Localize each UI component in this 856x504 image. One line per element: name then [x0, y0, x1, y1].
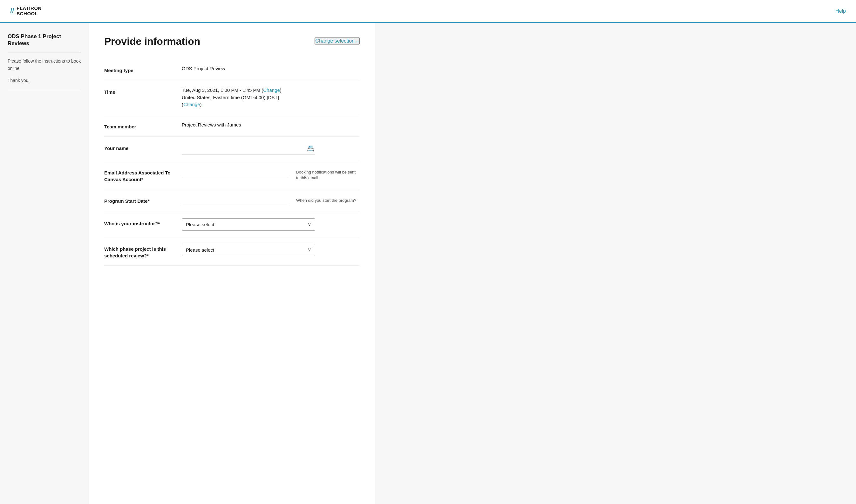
sidebar: ODS Phase 1 Project Reviews Please follo…: [0, 23, 89, 504]
program-start-label: Program Start Date*: [104, 196, 174, 204]
program-start-note: When did you start the program?: [296, 196, 360, 203]
header: // FLATIRON SCHOOL Help: [0, 0, 856, 23]
your-name-input[interactable]: [182, 144, 306, 153]
instructor-select[interactable]: Please select: [182, 218, 315, 231]
phase-row: Which phase project is this scheduled re…: [104, 237, 360, 266]
sidebar-divider: [7, 52, 81, 52]
meeting-type-row: Meeting type ODS Project Review: [104, 59, 360, 80]
time-value: Tue, Aug 3, 2021, 1:00 PM - 1:45 PM (Cha…: [182, 87, 360, 108]
time-text-line2: United States; Eastern time (GMT-4:00) […: [182, 95, 279, 100]
instructor-row: Who is your instructor?* Please select: [104, 212, 360, 237]
phase-select[interactable]: Please select: [182, 244, 315, 256]
time-label: Time: [104, 87, 174, 95]
page-layout: ODS Phase 1 Project Reviews Please follo…: [0, 23, 856, 504]
time-row: Time Tue, Aug 3, 2021, 1:00 PM - 1:45 PM…: [104, 80, 360, 115]
page-header: Provide information Change selection ⌄: [104, 36, 360, 47]
your-name-input-container: 📇: [182, 143, 315, 155]
sidebar-divider-bottom: [7, 89, 81, 89]
help-link[interactable]: Help: [835, 8, 846, 14]
time-text-line1: Tue, Aug 3, 2021, 1:00 PM - 1:45 PM: [182, 87, 260, 93]
sidebar-body-text1: Please follow the instructions to book o…: [7, 57, 81, 72]
instructor-label: Who is your instructor?*: [104, 218, 174, 227]
phase-select-wrapper: Please select: [182, 244, 360, 256]
email-note: Booking notifications will be sent to th…: [296, 167, 360, 181]
chevron-down-icon: ⌄: [356, 39, 359, 43]
team-member-value: Project Reviews with James: [182, 121, 360, 129]
your-name-field-wrapper: 📇: [182, 143, 360, 155]
phase-select-container: Please select: [182, 244, 315, 256]
main-content: Provide information Change selection ⌄ M…: [89, 23, 375, 504]
phase-label: Which phase project is this scheduled re…: [104, 244, 174, 259]
program-start-date-row: Program Start Date* When did you start t…: [104, 190, 360, 212]
program-start-field-wrapper: [182, 196, 288, 205]
team-member-row: Team member Project Reviews with James: [104, 115, 360, 137]
team-member-label: Team member: [104, 121, 174, 130]
meeting-type-label: Meeting type: [104, 65, 174, 74]
sidebar-body-text2: Thank you.: [7, 77, 81, 84]
time-change-link-1[interactable]: Change: [263, 87, 280, 93]
your-name-label: Your name: [104, 143, 174, 151]
meeting-type-value: ODS Project Review: [182, 65, 360, 72]
instructor-select-container: Please select: [182, 218, 315, 231]
sidebar-title: ODS Phase 1 Project Reviews: [7, 33, 81, 47]
contact-card-icon: 📇: [306, 143, 315, 154]
program-start-input[interactable]: [182, 196, 288, 205]
logo: // FLATIRON SCHOOL: [10, 6, 42, 16]
logo-slashes: //: [10, 7, 14, 15]
time-change-link-2[interactable]: Change: [183, 102, 200, 107]
change-selection-button[interactable]: Change selection ⌄: [315, 37, 360, 44]
email-row: Email Address Associated To Canvas Accou…: [104, 161, 360, 190]
email-input[interactable]: [182, 167, 288, 177]
logo-text: FLATIRON SCHOOL: [17, 6, 42, 16]
instructor-select-wrapper: Please select: [182, 218, 360, 231]
email-label: Email Address Associated To Canvas Accou…: [104, 167, 174, 183]
your-name-row: Your name 📇: [104, 137, 360, 161]
page-title: Provide information: [104, 36, 200, 47]
email-field-wrapper: [182, 167, 288, 177]
